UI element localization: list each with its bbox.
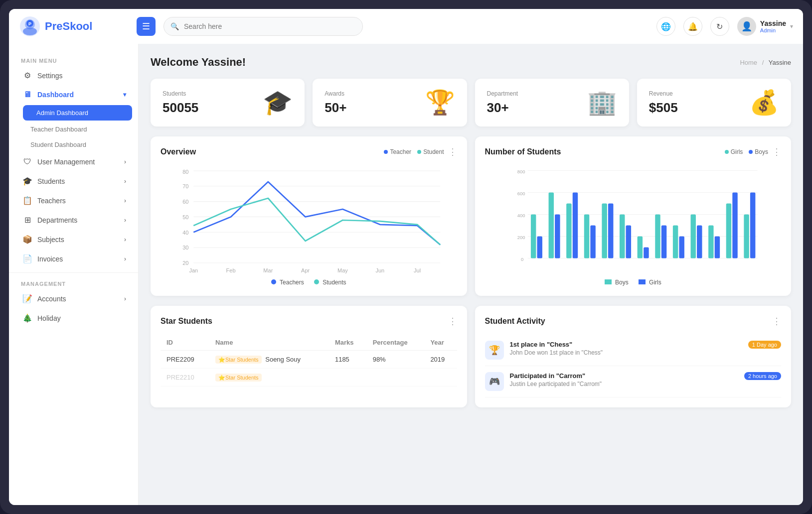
teachers-icon: 📋 <box>22 196 32 205</box>
student-activity-card: Student Activity ⋮ 🏆 1st place in "Chess… <box>475 306 792 407</box>
students-chart-header: Number of Students Girls Boys ⋮ <box>485 146 782 157</box>
sidebar-item-settings[interactable]: ⚙ Settings <box>9 66 138 85</box>
breadcrumb-sep: / <box>762 59 764 66</box>
sidebar-item-dashboard[interactable]: 🖥 Dashboard ▾ <box>9 85 138 104</box>
svg-text:200: 200 <box>517 235 525 240</box>
svg-text:Jul: Jul <box>414 267 421 273</box>
svg-text:800: 800 <box>517 169 525 174</box>
sidebar-item-teacher-dashboard[interactable]: Teacher Dashboard <box>17 122 138 137</box>
profile-chevron-icon: ▾ <box>790 23 793 30</box>
chess-activity-time: 1 Day ago <box>748 341 781 349</box>
user-management-label: User Management <box>37 158 95 166</box>
dashboard-icon: 🖥 <box>22 90 32 99</box>
invoices-chevron-icon: › <box>124 256 126 262</box>
sidebar-item-accounts[interactable]: 📝 Accounts › <box>9 289 138 308</box>
chess-activity-desc: John Doe won 1st place in "Chess" <box>510 349 742 356</box>
stat-card-revenue: Revenue $505 💰 <box>637 79 791 127</box>
svg-text:Jan: Jan <box>189 267 198 273</box>
globe-icon-button[interactable]: 🌐 <box>656 17 675 36</box>
svg-rect-60 <box>744 214 749 258</box>
teacher-dashboard-label: Teacher Dashboard <box>30 126 87 133</box>
subjects-icon: 📦 <box>22 235 32 244</box>
carrom-activity-icon: 🎮 <box>485 372 504 391</box>
students-card-value: 50055 <box>162 100 198 116</box>
star-students-card: Star Students ⋮ ID Name Marks Percentage <box>151 306 467 407</box>
stat-card-awards: Awards 50+ 🏆 <box>313 79 467 127</box>
teachers-chevron-icon: › <box>124 197 126 204</box>
menu-toggle-button[interactable]: ☰ <box>137 17 156 36</box>
sidebar-item-departments[interactable]: ⊞ Departments › <box>9 210 138 230</box>
dept-card-value: 30+ <box>487 100 518 116</box>
main-content: Welcome Yassine! Home / Yassine Students… <box>139 44 803 505</box>
notification-button[interactable]: 🔔 <box>683 17 702 36</box>
activity-header: Student Activity ⋮ <box>485 316 782 327</box>
search-icon: 🔍 <box>170 22 179 30</box>
sidebar-item-students[interactable]: 🎓 Students › <box>9 171 138 191</box>
activity-more-button[interactable]: ⋮ <box>772 316 781 327</box>
row-id: PRE2209 <box>161 351 209 369</box>
row-marks: 1185 <box>329 351 367 369</box>
row-id: PRE2210 <box>161 369 209 386</box>
dashboard-submenu: Admin Dashboard Teacher Dashboard Studen… <box>9 105 138 152</box>
chess-activity-icon: 🏆 <box>485 341 504 360</box>
svg-text:400: 400 <box>517 213 525 218</box>
user-profile[interactable]: 👤 Yassine Admin ▾ <box>737 17 793 36</box>
svg-rect-51 <box>661 225 666 258</box>
star-students-table: ID Name Marks Percentage Year PRE2209 <box>161 335 457 386</box>
svg-rect-58 <box>726 203 731 258</box>
search-input[interactable] <box>163 17 363 36</box>
breadcrumb-current: Yassine <box>769 59 791 66</box>
svg-rect-39 <box>555 214 560 258</box>
star-students-more-button[interactable]: ⋮ <box>448 316 457 327</box>
sidebar-item-user-management[interactable]: 🛡 User Management › <box>9 152 138 171</box>
sidebar-item-student-dashboard[interactable]: Student Dashboard <box>17 137 138 152</box>
svg-rect-48 <box>637 236 642 258</box>
carrom-activity-time: 2 hours ago <box>744 372 781 380</box>
chess-activity-title: 1st place in "Chess" <box>510 341 742 348</box>
overview-chart-card: Overview Teacher Student ⋮ <box>151 136 467 296</box>
sidebar-divider <box>9 272 138 273</box>
star-badge: ⭐Star Students <box>215 374 262 382</box>
user-role: Admin <box>760 27 786 33</box>
students-chart-more-button[interactable]: ⋮ <box>772 146 781 157</box>
students-card-label: Students <box>162 90 198 97</box>
student-dashboard-label: Student Dashboard <box>30 141 86 148</box>
sidebar-item-holiday[interactable]: 🎄 Holiday <box>9 308 138 328</box>
sidebar-label-settings: Settings <box>37 72 63 80</box>
star-students-header: Star Students ⋮ <box>161 316 457 327</box>
svg-rect-46 <box>620 214 625 258</box>
departments-icon: ⊞ <box>22 215 32 225</box>
logo-icon: P <box>19 15 41 37</box>
row-year: 2019 <box>424 351 457 369</box>
sidebar-item-admin-dashboard[interactable]: Admin Dashboard <box>23 105 132 121</box>
sidebar-item-teachers[interactable]: 📋 Teachers › <box>9 191 138 210</box>
carrom-activity-desc: Justin Lee participated in "Carrom" <box>510 381 738 387</box>
svg-rect-41 <box>572 192 577 258</box>
students-chart-title: Number of Students <box>485 147 561 156</box>
svg-text:40: 40 <box>182 230 188 236</box>
awards-card-label: Awards <box>325 90 346 97</box>
carrom-activity-title: Participated in "Carrom" <box>510 372 738 380</box>
admin-dashboard-label: Admin Dashboard <box>36 109 88 117</box>
refresh-icon-button[interactable]: ↻ <box>710 17 729 36</box>
svg-text:Mar: Mar <box>263 267 273 273</box>
dept-card-label: Department <box>487 90 518 97</box>
svg-rect-56 <box>708 225 713 258</box>
svg-rect-38 <box>548 192 553 258</box>
management-label: Management <box>9 277 138 289</box>
overview-chart: 80 70 60 50 40 30 20 <box>161 165 457 277</box>
students-label: Students <box>37 177 65 185</box>
svg-text:60: 60 <box>182 199 188 205</box>
settings-icon: ⚙ <box>22 71 32 80</box>
breadcrumb: Home / Yassine <box>740 59 791 66</box>
students-icon: 🎓 <box>22 176 32 186</box>
sidebar-item-subjects[interactable]: 📦 Subjects › <box>9 230 138 249</box>
logo-text: PreSkool <box>45 20 92 33</box>
departments-label: Departments <box>37 216 77 224</box>
page-title: Welcome Yassine! <box>151 56 246 69</box>
dashboard-chevron-icon: ▾ <box>123 91 126 98</box>
teachers-label: Teachers <box>37 197 66 205</box>
sidebar-item-invoices[interactable]: 📄 Invoices › <box>9 249 138 268</box>
dept-card-icon: 🏢 <box>587 89 617 117</box>
overview-more-button[interactable]: ⋮ <box>448 146 457 157</box>
